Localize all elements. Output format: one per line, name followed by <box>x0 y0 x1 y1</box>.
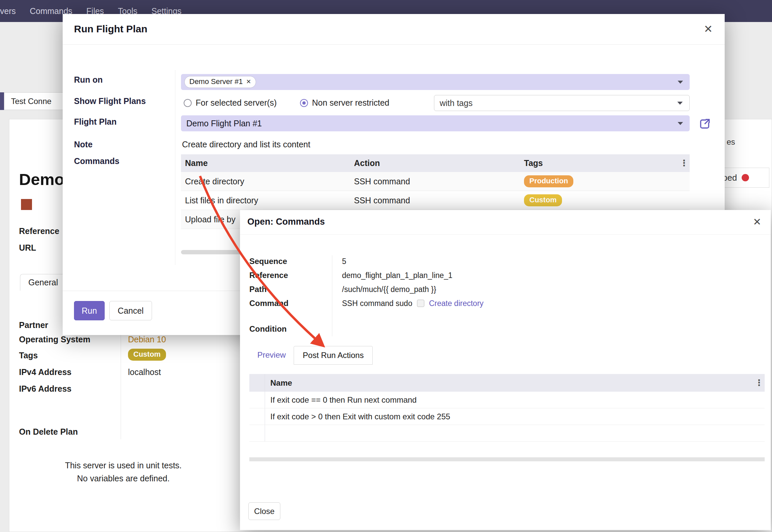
cell-action: SSH command <box>354 196 524 205</box>
form-column-divider <box>175 70 175 265</box>
tag-badge-custom: Custom <box>524 194 562 206</box>
cell-tags: Custom <box>524 194 690 206</box>
kebab-menu-icon[interactable]: ⋮ <box>753 378 765 388</box>
cell-name: If exit code > 0 then Exit with custom e… <box>265 412 765 421</box>
column-header-tags[interactable]: Tags <box>524 158 678 168</box>
horizontal-scrollbar[interactable] <box>249 457 765 461</box>
reference-value: demo_flight_plan_1_plan_line_1 <box>332 271 452 280</box>
note-label: Note <box>74 140 93 149</box>
flight-plan-value: Demo Flight Plan #1 <box>186 119 262 128</box>
post-run-actions-table: Name ⋮ If exit code == 0 then Run next c… <box>249 374 765 442</box>
create-directory-link[interactable]: Create directory <box>429 299 484 308</box>
field-column-divider <box>332 255 332 336</box>
screen: vers Commands Files Tools Settings Test … <box>0 0 772 532</box>
dialog-header: Open: Commands ✕ <box>240 210 771 235</box>
radio-non-server-restricted-label[interactable]: Non server restricted <box>312 98 389 108</box>
unit-test-note-line1: This server is used in unit tests. <box>33 461 213 470</box>
table-row-empty[interactable] <box>249 425 765 442</box>
sequence-value: 5 <box>332 257 346 266</box>
external-link-icon[interactable] <box>699 118 711 130</box>
color-swatch[interactable] <box>21 199 32 210</box>
tag-badge-custom[interactable]: Custom <box>128 349 166 361</box>
table-row[interactable]: If exit code > 0 then Exit with custom e… <box>249 408 765 425</box>
smart-button-fragment[interactable]: es <box>727 137 735 147</box>
command-label: Command <box>249 299 332 308</box>
run-on-select[interactable]: Demo Server #1 ✕ <box>181 74 690 90</box>
test-connection-button[interactable]: Test Conne <box>4 92 71 110</box>
row-handle-column <box>249 374 265 392</box>
partner-field-label: Partner <box>19 320 48 330</box>
with-tags-value: with tags <box>440 98 473 108</box>
url-field-label: URL <box>19 243 36 253</box>
server-page-title: Demo <box>19 170 64 189</box>
dialog-header: Run Flight Plan ✕ <box>63 14 725 45</box>
show-flight-plans-label: Show Flight Plans <box>74 96 146 106</box>
cancel-button[interactable]: Cancel <box>109 301 152 320</box>
commands-table-header: Name Action Tags ⋮ <box>181 154 690 172</box>
tab-preview[interactable]: Preview <box>249 346 294 365</box>
radio-for-selected-servers[interactable] <box>184 99 192 107</box>
notebook-tabs: Preview Post Run Actions <box>249 346 373 365</box>
sequence-label: Sequence <box>249 257 332 266</box>
operating-system-link[interactable]: Debian 10 <box>128 335 166 344</box>
server-chip: Demo Server #1 ✕ <box>184 76 256 88</box>
cell-name: Create directory <box>181 177 354 186</box>
chevron-down-icon <box>678 81 683 84</box>
flight-plan-select[interactable]: Demo Flight Plan #1 <box>181 115 690 131</box>
radio-non-server-restricted[interactable] <box>300 99 308 107</box>
tags-field-label: Tags <box>19 351 38 360</box>
kebab-menu-icon[interactable]: ⋮ <box>678 158 690 168</box>
server-chip-label: Demo Server #1 <box>189 77 243 86</box>
table-row[interactable]: If exit code == 0 then Run next command <box>249 392 765 408</box>
chip-remove-icon[interactable]: ✕ <box>246 78 251 85</box>
path-value: /such/much/{{ demo_path }} <box>332 285 436 294</box>
cell-tags: Production <box>524 175 690 187</box>
ipv4-field-label: IPv4 Address <box>19 367 71 377</box>
nav-item-servers[interactable]: vers <box>0 6 16 16</box>
dialog-title: Open: Commands <box>247 217 325 227</box>
breadcrumb-button-fragment[interactable] <box>0 92 4 110</box>
open-commands-dialog: Open: Commands ✕ Sequence 5 Reference de… <box>240 210 771 530</box>
cell-action: SSH command <box>354 177 524 186</box>
close-button[interactable]: Close <box>248 502 280 520</box>
field-row-command: Command SSH command sudo Create director… <box>249 296 633 310</box>
ipv4-value: localhost <box>128 367 161 377</box>
status-stopped-dot-icon <box>742 174 749 181</box>
command-fields: Sequence 5 Reference demo_flight_plan_1_… <box>249 254 633 336</box>
note-value: Create directory and list its content <box>182 140 310 149</box>
cell-name: If exit code == 0 then Run next command <box>265 395 765 405</box>
table-row[interactable]: List files in directory SSH command Cust… <box>181 191 690 210</box>
post-run-table-header: Name ⋮ <box>249 374 765 392</box>
radio-for-selected-servers-label[interactable]: For selected server(s) <box>196 98 277 108</box>
flight-plan-label: Flight Plan <box>74 117 117 127</box>
close-icon[interactable]: ✕ <box>753 216 761 228</box>
command-text: SSH command sudo <box>342 299 412 308</box>
close-icon[interactable]: ✕ <box>704 23 713 35</box>
column-header-action[interactable]: Action <box>354 158 524 168</box>
column-header-name[interactable]: Name <box>265 378 753 388</box>
unit-test-note-line2: No variables are defined. <box>33 474 213 483</box>
ipv6-field-label: IPv6 Address <box>19 384 71 394</box>
field-row-path: Path /such/much/{{ demo_path }} <box>249 282 633 296</box>
field-row-reference: Reference demo_flight_plan_1_plan_line_1 <box>249 268 633 282</box>
column-header-name[interactable]: Name <box>181 158 354 168</box>
path-label: Path <box>249 285 332 294</box>
cell-name: List files in directory <box>181 196 354 205</box>
table-row[interactable]: Create directory SSH command Production <box>181 172 690 191</box>
reference-label: Reference <box>249 271 332 280</box>
dialog-title: Run Flight Plan <box>74 23 147 35</box>
row-handle[interactable] <box>249 408 265 425</box>
with-tags-select[interactable]: with tags <box>434 95 690 111</box>
tab-post-run-actions[interactable]: Post Run Actions <box>294 346 373 365</box>
command-value: SSH command sudo Create directory <box>332 299 484 308</box>
tag-badge-production: Production <box>524 175 573 187</box>
run-on-label: Run on <box>74 75 103 85</box>
commands-label: Commands <box>74 156 119 166</box>
reference-field-label: Reference <box>19 226 59 236</box>
command-checkbox[interactable] <box>417 300 424 307</box>
chevron-down-icon <box>677 102 683 105</box>
operating-system-field-label: Operating System <box>19 335 90 344</box>
row-handle[interactable] <box>249 392 265 408</box>
field-row-sequence: Sequence 5 <box>249 254 633 268</box>
run-button[interactable]: Run <box>74 301 105 320</box>
